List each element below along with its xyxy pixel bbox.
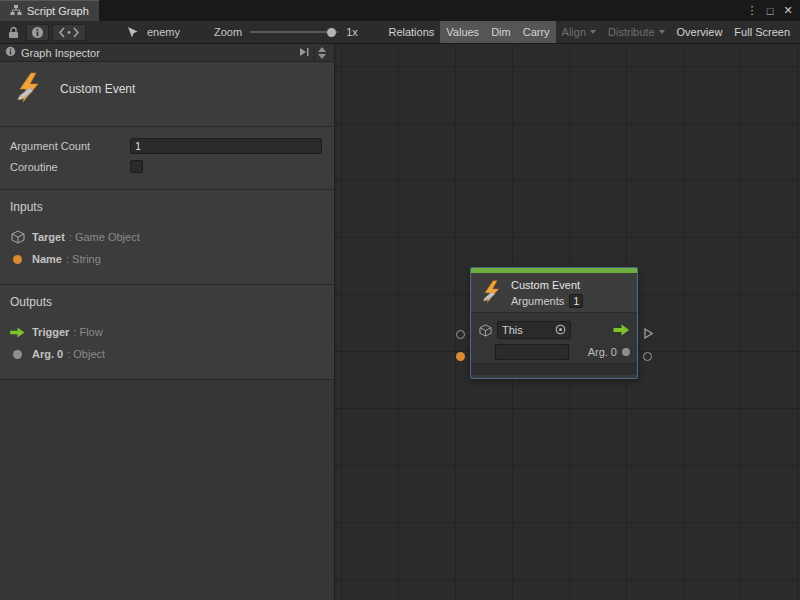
zoom-slider-handle[interactable]	[327, 28, 336, 37]
target-port-row: This	[471, 319, 637, 341]
graph-inspector-title: Graph Inspector	[21, 47, 100, 59]
values-button[interactable]: Values	[440, 21, 485, 43]
green-flow-arrow-icon	[10, 327, 25, 338]
distribute-dropdown-button[interactable]: Distribute	[602, 21, 670, 43]
argument-count-input[interactable]	[130, 138, 322, 154]
gray-dot-icon	[13, 350, 22, 359]
arguments-count-badge: 1	[569, 294, 583, 308]
list-item: Trigger: Flow	[10, 321, 324, 343]
tab-label: Script Graph	[27, 5, 89, 17]
window-menu-icon[interactable]: ⋮	[744, 4, 760, 17]
graph-name-label: enemy	[147, 26, 180, 38]
event-name-input[interactable]	[495, 344, 569, 360]
target-picker-icon[interactable]	[555, 324, 566, 337]
event-fields-section: Argument Count Coroutine	[0, 127, 334, 190]
trigger-flow-icon	[613, 324, 630, 336]
lock-icon[interactable]	[4, 24, 23, 41]
close-icon[interactable]: ✕	[780, 4, 796, 17]
overview-button[interactable]: Overview	[671, 21, 729, 43]
chevron-down-icon	[590, 30, 596, 34]
custom-event-bolt-icon	[12, 72, 44, 106]
scroll-down-icon	[318, 54, 326, 59]
graph-pointer-icon	[122, 24, 142, 41]
port-name: Name	[32, 253, 62, 265]
node-footer	[471, 363, 637, 375]
arg0-label: Arg. 0	[588, 346, 617, 358]
carry-button[interactable]: Carry	[517, 21, 556, 43]
name-port-row: Arg. 0	[471, 341, 637, 363]
zoom-slider-track	[250, 31, 338, 33]
inspector-empty-area	[0, 380, 334, 600]
target-dropdown-value: This	[502, 324, 551, 336]
port-type: : Object	[67, 348, 105, 360]
node-title: Custom Event	[511, 279, 583, 291]
custom-event-node[interactable]: Custom Event Arguments 1	[470, 267, 638, 379]
node-body: This	[471, 312, 637, 363]
port-name: Trigger	[32, 326, 69, 338]
cube-icon	[10, 230, 25, 244]
list-item: Target: Game Object	[10, 226, 324, 248]
graph-canvas[interactable]: Custom Event Arguments 1	[335, 44, 800, 600]
scroll-up-icon	[318, 47, 326, 52]
argument-count-label: Argument Count	[10, 140, 130, 152]
graph-toolbar: enemy Zoom 1x Relations Values Dim Carry…	[0, 21, 800, 44]
custom-event-bolt-icon	[479, 279, 503, 307]
cube-icon	[478, 324, 493, 337]
coroutine-label: Coroutine	[10, 161, 130, 173]
target-input-port[interactable]	[456, 330, 465, 339]
target-object-dropdown[interactable]: This	[497, 321, 571, 339]
port-type: : Flow	[73, 326, 102, 338]
trigger-output-port[interactable]	[643, 328, 653, 341]
graph-inspector-header: Graph Inspector	[0, 44, 334, 62]
outputs-section: Outputs Trigger: Flow Arg. 0: Object	[0, 285, 334, 380]
graph-inspector-panel: Graph Inspector	[0, 44, 335, 600]
align-dropdown-button[interactable]: Align	[556, 21, 602, 43]
inputs-heading: Inputs	[10, 200, 324, 214]
event-title: Custom Event	[60, 82, 135, 96]
port-type: : Game Object	[69, 231, 140, 243]
list-item: Name: String	[10, 248, 324, 270]
script-graph-icon	[10, 4, 22, 18]
zoom-slider[interactable]	[250, 24, 338, 41]
full-screen-button[interactable]: Full Screen	[728, 21, 796, 43]
zoom-label: Zoom	[214, 26, 242, 38]
info-icon	[5, 46, 16, 59]
port-name: Target	[32, 231, 65, 243]
maximize-icon[interactable]: □	[762, 5, 778, 17]
event-title-section: Custom Event	[0, 62, 334, 127]
dock-panel-icon[interactable]	[298, 47, 310, 59]
node-header[interactable]: Custom Event Arguments 1	[471, 273, 637, 312]
dim-button[interactable]: Dim	[485, 21, 517, 43]
outputs-heading: Outputs	[10, 295, 324, 309]
coroutine-checkbox[interactable]	[130, 160, 143, 173]
name-input-port[interactable]	[456, 352, 465, 361]
orange-dot-icon	[13, 255, 22, 264]
code-view-icon[interactable]	[52, 24, 86, 41]
port-name: Arg. 0	[32, 348, 63, 360]
chevron-down-icon	[659, 30, 665, 34]
info-toggle-icon[interactable]	[26, 24, 49, 41]
window-titlebar: Script Graph ⋮ □ ✕	[0, 0, 800, 21]
port-type: : String	[66, 253, 101, 265]
tab-script-graph[interactable]: Script Graph	[0, 0, 99, 21]
arg0-output-port[interactable]	[643, 352, 652, 361]
gray-dot-icon	[622, 348, 630, 356]
relations-button[interactable]: Relations	[382, 21, 440, 43]
inputs-section: Inputs Target: Game Object Name: String	[0, 190, 334, 285]
zoom-value: 1x	[346, 26, 358, 38]
list-item: Arg. 0: Object	[10, 343, 324, 365]
arguments-label: Arguments	[511, 295, 564, 307]
window-controls: ⋮ □ ✕	[744, 0, 800, 21]
panel-resize-scrubber[interactable]	[314, 46, 329, 60]
toolbar-button-group: Relations Values Dim Carry Align Distrib…	[382, 21, 796, 43]
